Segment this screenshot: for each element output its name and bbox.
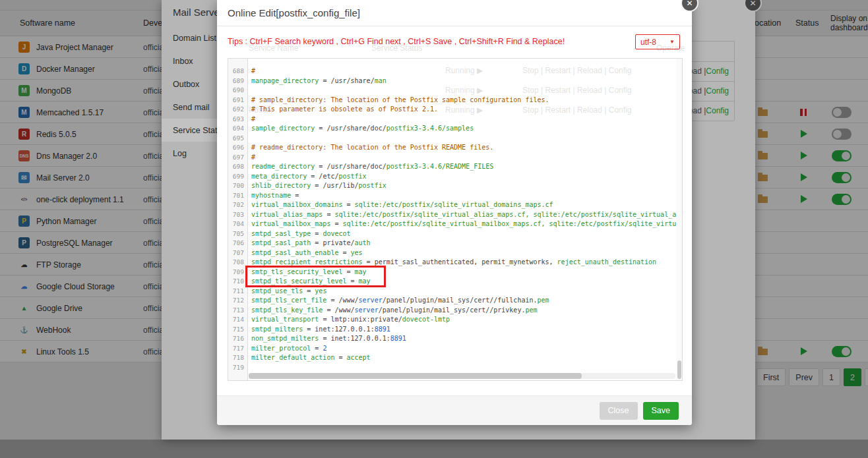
code-line: # readme_directory: The location of the … xyxy=(251,143,682,153)
dashboard-toggle[interactable] xyxy=(832,107,852,118)
dashboard-toggle[interactable] xyxy=(832,172,852,183)
code-token: = xyxy=(315,163,326,170)
code-token: = xyxy=(363,258,375,266)
code-token: virtual_mailbox_maps xyxy=(251,220,330,227)
column-header-status: Status xyxy=(795,11,819,36)
editor-tips-text: Tips : Ctrl+F Search keyword , Ctrl+G Fi… xyxy=(228,37,565,46)
code-token: man xyxy=(375,77,387,84)
horizontal-scrollbar-thumb[interactable] xyxy=(249,373,582,379)
code-token: non_smtpd_milters xyxy=(251,335,319,342)
edit-modal-header: Online Edit[postfix_config_file] xyxy=(217,0,692,26)
code-token: = xyxy=(342,268,354,275)
folder-icon[interactable] xyxy=(758,131,768,138)
code-line: milter_default_action = accept xyxy=(251,353,682,363)
code-token: = xyxy=(311,239,323,246)
line-number: 715 xyxy=(228,325,247,335)
pagination: FirstPrev123Next xyxy=(757,368,868,386)
config-link[interactable]: Config xyxy=(706,86,729,96)
code-line: sample_directory = /usr/share/doc/postfi… xyxy=(251,124,682,134)
code-token: sqlite:/etc/postfix/sqlite_virtual_domai… xyxy=(355,201,553,208)
toggle-knob xyxy=(842,195,850,204)
code-token: = xyxy=(315,125,326,132)
folder-icon[interactable] xyxy=(758,175,768,181)
code-line xyxy=(251,134,682,144)
software-icon: </> xyxy=(18,194,30,205)
line-number: 704 xyxy=(228,219,247,229)
code-line: # xyxy=(251,67,682,76)
encoding-select[interactable]: utf-8 ▼ xyxy=(635,34,680,49)
pagination-item-1[interactable]: 1 xyxy=(822,368,840,386)
line-number: 701 xyxy=(228,191,247,201)
code-line: smtpd_use_tls = yes xyxy=(251,287,682,297)
config-link[interactable]: Config xyxy=(706,67,729,76)
close-button[interactable]: Close xyxy=(600,402,638,420)
code-token: milter_protocol xyxy=(251,345,311,352)
code-token: reject_unauth_destination xyxy=(557,258,657,266)
code-token: /www/ xyxy=(334,306,354,314)
encoding-value: utf-8 xyxy=(640,38,656,47)
folder-icon[interactable] xyxy=(758,349,768,355)
code-token: smtpd_tls_key_file xyxy=(251,306,323,314)
software-name: PostgreSQL Manager xyxy=(36,232,113,254)
line-number: 698 xyxy=(228,162,247,172)
line-number: 694 xyxy=(228,124,247,134)
software-icon: R xyxy=(18,129,30,140)
pagination-item-prev[interactable]: Prev xyxy=(789,368,819,386)
code-line: smtpd_recipient_restrictions = permit_sa… xyxy=(251,258,682,268)
code-token: smtpd_milters xyxy=(251,326,303,333)
status-running-icon xyxy=(801,130,807,138)
line-number: 708 xyxy=(228,258,247,268)
code-token: myhostname xyxy=(251,192,291,199)
code-line: manpage_directory = /usr/share/man xyxy=(251,76,682,86)
software-icon: DNS xyxy=(18,150,30,161)
code-line xyxy=(251,86,682,96)
software-name: one-click deployment 1.1 xyxy=(36,188,124,210)
code-editor[interactable]: 6886896906916926936946956966976986997007… xyxy=(228,58,683,381)
column-header-dashboard: Display on dashboard xyxy=(830,11,868,36)
code-token: smtpd_recipient_restrictions xyxy=(251,258,363,266)
save-button[interactable]: Save xyxy=(643,402,679,420)
line-number: 695 xyxy=(228,134,247,144)
config-link[interactable]: Config xyxy=(706,106,729,115)
dashboard-toggle[interactable] xyxy=(832,129,852,140)
toggle-knob xyxy=(842,347,850,356)
code-line: smtpd_sasl_type = dovecot xyxy=(251,229,682,239)
online-edit-modal: Online Edit[postfix_config_file] ✕ Tips … xyxy=(217,0,692,425)
code-token: smtpd_sasl_path xyxy=(251,239,311,246)
code-token: 8891 xyxy=(375,326,390,333)
folder-icon[interactable] xyxy=(758,196,768,203)
pagination-item-3[interactable]: 3 xyxy=(865,368,868,386)
dashboard-toggle[interactable] xyxy=(832,346,852,357)
folder-icon[interactable] xyxy=(758,153,768,159)
vertical-scrollbar-thumb[interactable] xyxy=(677,360,681,379)
code-line: smtpd_tls_key_file = /www/server/panel/p… xyxy=(251,306,682,316)
code-token: milter_default_action xyxy=(251,354,334,361)
mail-modal-title: Mail Server xyxy=(173,7,223,18)
dashboard-toggle[interactable] xyxy=(832,150,852,161)
line-number: 707 xyxy=(228,248,247,258)
status-paused-icon xyxy=(800,109,807,116)
code-token: readme_directory xyxy=(251,163,315,170)
code-token: dovecot xyxy=(323,230,350,237)
software-name: Docker Manager xyxy=(36,58,95,80)
code-token: smtpd_sasl_type xyxy=(251,230,311,237)
pagination-item-first[interactable]: First xyxy=(757,368,786,386)
code-token: manpage_directory xyxy=(251,77,319,84)
pagination-item-2[interactable]: 2 xyxy=(844,368,861,386)
code-token: accept xyxy=(347,354,371,361)
line-number: 688 xyxy=(228,67,247,76)
editor-code-area[interactable]: #manpage_directory = /usr/share/man# sam… xyxy=(249,59,682,380)
folder-icon[interactable] xyxy=(758,109,768,116)
editor-vertical-scrollbar[interactable] xyxy=(676,59,682,380)
software-name: Python Mamager xyxy=(36,210,96,232)
software-name: Google Cloud Storage xyxy=(36,275,115,297)
code-token: = xyxy=(311,230,323,237)
editor-horizontal-scrollbar[interactable] xyxy=(249,373,675,379)
code-token: smtp_tls_security_level xyxy=(251,268,342,275)
code-token: /usr/share/doc/ xyxy=(326,163,386,170)
code-token: /usr/lib/ xyxy=(323,182,358,189)
software-icon: P xyxy=(18,237,30,248)
toggle-knob xyxy=(833,108,842,117)
code-token: = xyxy=(291,192,299,199)
dashboard-toggle[interactable] xyxy=(832,194,852,205)
